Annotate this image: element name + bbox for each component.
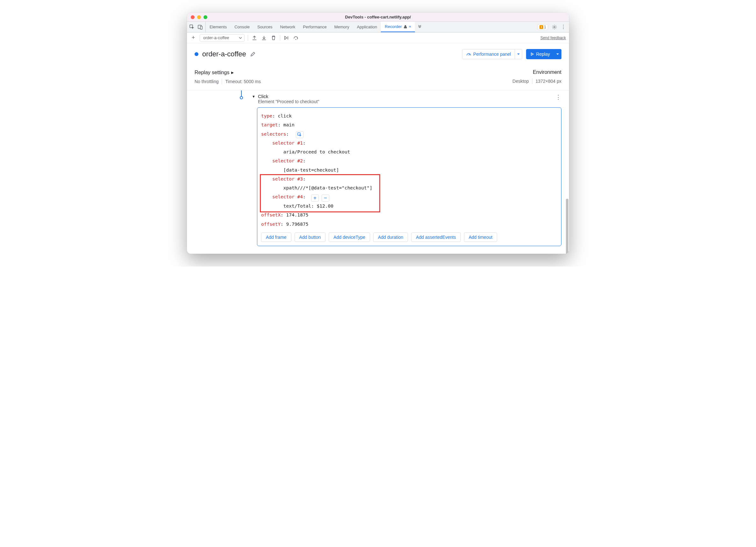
sel4-value[interactable]: text/Total: $12.00	[283, 203, 333, 209]
step-title: Click	[258, 94, 319, 99]
tabs: Elements Console Sources Network Perform…	[206, 22, 424, 32]
timeline-dot	[240, 96, 243, 99]
replay-settings-title[interactable]: Replay settings ▸	[195, 69, 261, 75]
add-devicetype-button[interactable]: Add deviceType	[329, 232, 370, 242]
svg-rect-2	[200, 26, 202, 29]
tab-elements[interactable]: Elements	[206, 22, 231, 32]
settings-icon[interactable]	[552, 25, 557, 30]
devtools-tabbar: Elements Console Sources Network Perform…	[187, 22, 569, 32]
export-icon[interactable]	[251, 35, 258, 41]
target-label: target	[261, 122, 278, 127]
add-duration-button[interactable]: Add duration	[373, 232, 408, 242]
recording-title: order-a-coffee	[202, 50, 246, 58]
inspect-icon[interactable]	[189, 25, 195, 30]
offsetx-label: offsetX	[261, 212, 281, 217]
divider	[248, 35, 248, 41]
settings-bar: Replay settings ▸ No throttling Timeout:…	[187, 65, 569, 90]
divider	[532, 78, 532, 84]
tab-sources[interactable]: Sources	[253, 22, 276, 32]
delete-icon[interactable]	[270, 35, 277, 41]
recording-select[interactable]: order-a-coffee	[200, 34, 245, 42]
svg-point-3	[554, 26, 555, 27]
recording-indicator	[195, 52, 198, 56]
environment-values: Desktop 1372×804 px	[512, 78, 561, 84]
step-titles: Click Element "Proceed to checkout"	[258, 94, 319, 104]
selectors-label: selectors	[261, 131, 286, 137]
type-value[interactable]: click	[278, 113, 292, 118]
step-header: ▼ Click Element "Proceed to checkout" ⋮	[252, 94, 561, 104]
tab-network[interactable]: Network	[276, 22, 299, 32]
warning-icon: !	[539, 25, 543, 29]
header-actions: Performance panel Replay	[462, 49, 561, 59]
add-selector-button[interactable]: +	[311, 195, 319, 202]
tab-more[interactable]	[415, 22, 424, 32]
step-card: type: click target: main selectors: sele…	[257, 107, 561, 246]
add-assertedevents-button[interactable]: Add assertedEvents	[411, 232, 460, 242]
svg-point-4	[296, 39, 296, 40]
tabbar-right: ! 1 ⋮	[538, 22, 569, 32]
sel2-value[interactable]: [data-test=checkout]	[283, 167, 339, 173]
add-timeout-button[interactable]: Add timeout	[464, 232, 497, 242]
tab-console[interactable]: Console	[231, 22, 253, 32]
tab-performance[interactable]: Performance	[299, 22, 330, 32]
environment-settings: Environment Desktop 1372×804 px	[512, 69, 561, 84]
gauge-icon	[466, 52, 471, 57]
environment-title: Environment	[533, 69, 561, 75]
flask-icon	[403, 25, 407, 29]
divider	[222, 79, 222, 84]
dimensions-value: 1372×804 px	[536, 79, 561, 84]
replay-settings: Replay settings ▸ No throttling Timeout:…	[195, 69, 261, 84]
tab-application[interactable]: Application	[353, 22, 381, 32]
add-button-button[interactable]: Add button	[295, 232, 326, 242]
sel3-value[interactable]: xpath///*[@data-test="checkout"]	[283, 185, 372, 190]
recorder-toolbar: + order-a-coffee Send feedback	[187, 32, 569, 43]
vertical-scrollbar[interactable]	[566, 199, 568, 254]
timeout-value: Timeout: 5000 ms	[225, 79, 261, 84]
import-icon[interactable]	[261, 35, 267, 41]
chevron-down-icon	[239, 36, 242, 40]
remove-selector-button[interactable]: −	[322, 195, 329, 202]
close-tab-icon[interactable]: ×	[409, 24, 411, 29]
target-value[interactable]: main	[283, 122, 295, 127]
throttling-value: No throttling	[195, 79, 218, 84]
replay-button[interactable]: Replay	[526, 49, 554, 59]
edit-title-icon[interactable]	[250, 51, 256, 57]
device-toolbar-icon[interactable]	[198, 25, 203, 30]
devtools-window: DevTools - coffee-cart.netlify.app/ Elem…	[187, 13, 569, 254]
tab-memory[interactable]: Memory	[331, 22, 353, 32]
tabbar-left-icons	[187, 22, 206, 32]
step-over-icon[interactable]	[293, 35, 299, 41]
tab-recorder[interactable]: Recorder ×	[381, 22, 415, 32]
step-area: ▼ Click Element "Proceed to checkout" ⋮ …	[187, 90, 569, 254]
recording-header: order-a-coffee Performance panel Replay	[187, 43, 569, 65]
step-forward-icon[interactable]	[283, 35, 290, 41]
window-title: DevTools - coffee-cart.netlify.app/	[187, 15, 569, 19]
performance-panel-button[interactable]: Performance panel	[462, 49, 515, 59]
issues-badge[interactable]: ! 1	[538, 24, 548, 30]
step-subtitle: Element "Proceed to checkout"	[258, 99, 319, 104]
replay-dropdown[interactable]	[554, 49, 561, 59]
add-frame-button[interactable]: Add frame	[261, 232, 291, 242]
selector-picker-icon[interactable]	[296, 131, 303, 138]
collapse-step-icon[interactable]: ▼	[252, 95, 255, 98]
add-recording-icon[interactable]: +	[190, 35, 196, 41]
sel4-label: selector #4	[272, 194, 303, 199]
replay-settings-values: No throttling Timeout: 5000 ms	[195, 79, 261, 84]
chevron-right-icon: ▸	[231, 69, 234, 75]
perf-panel-button-group: Performance panel	[462, 49, 522, 59]
sel1-label: selector #1	[272, 140, 303, 146]
type-label: type	[261, 113, 272, 118]
sel3-label: selector #3	[272, 176, 303, 181]
more-menu-icon[interactable]: ⋮	[561, 25, 566, 30]
offsety-label: offsetY	[261, 222, 281, 227]
titlebar: DevTools - coffee-cart.netlify.app/	[187, 13, 569, 22]
perf-panel-dropdown[interactable]	[515, 49, 522, 59]
sel1-value[interactable]: aria/Proceed to checkout	[283, 149, 350, 154]
add-buttons-row: Add frame Add button Add deviceType Add …	[261, 232, 557, 242]
offsetx-value[interactable]: 174.1875	[286, 212, 309, 217]
step-more-icon[interactable]: ⋮	[555, 94, 561, 101]
offsety-value[interactable]: 9.796875	[286, 222, 309, 227]
replay-button-group: Replay	[526, 49, 561, 59]
send-feedback-link[interactable]: Send feedback	[540, 36, 566, 40]
step-code: type: click target: main selectors: sele…	[261, 111, 557, 229]
